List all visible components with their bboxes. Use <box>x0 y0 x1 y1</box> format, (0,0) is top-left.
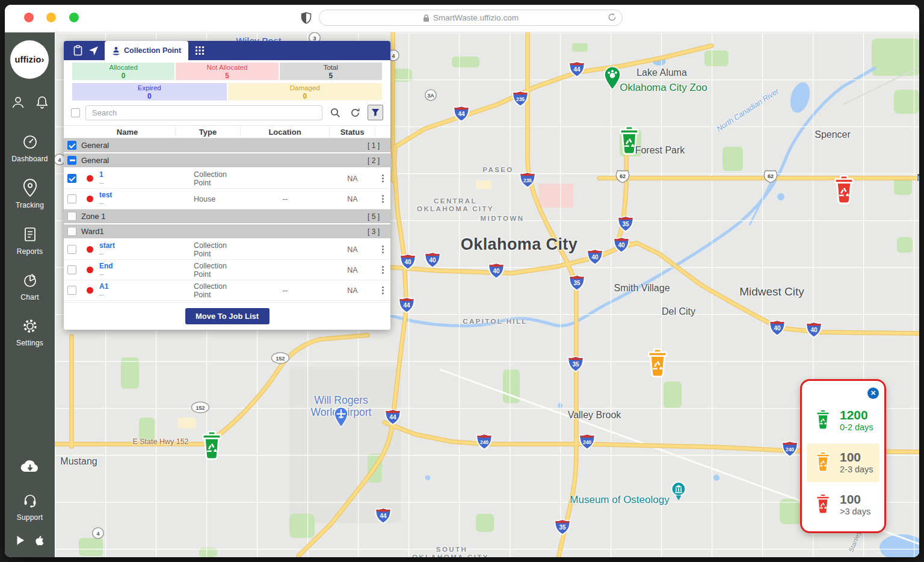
sidebar-item-reports[interactable]: Reports <box>5 226 55 256</box>
user-icon[interactable] <box>11 95 25 112</box>
road-shield-235: 235 <box>513 91 529 110</box>
filter-button[interactable] <box>368 105 383 120</box>
group-checkbox[interactable] <box>67 212 76 221</box>
sidebar-item-tracking[interactable]: Tracking <box>5 179 55 209</box>
browser-topbar: SmartWaste.uffizio.com <box>5 5 919 32</box>
privacy-shield-icon[interactable] <box>301 12 312 26</box>
reports-icon <box>22 226 38 243</box>
sidebar-item-dashboard[interactable]: Dashboard <box>5 134 55 163</box>
road-shield-35: 35 <box>618 216 634 235</box>
column-location[interactable]: Location <box>241 128 330 137</box>
road-shield-40: 40 <box>587 249 603 268</box>
point-name-link[interactable]: test <box>99 191 112 199</box>
sidebar-item-downloads[interactable] <box>5 459 55 477</box>
row-checkbox[interactable] <box>67 265 76 274</box>
sidebar: uffizio› Dashboard Tracking Reports Char… <box>5 32 55 557</box>
point-location: -- <box>241 286 330 295</box>
waste-bin-marker[interactable] <box>645 348 670 380</box>
row-menu-icon[interactable] <box>375 245 390 253</box>
svg-text:240: 240 <box>786 446 794 452</box>
row-menu-icon[interactable] <box>375 286 390 294</box>
group-row[interactable]: General [ 2 ] <box>64 153 390 168</box>
map-label-lake-aluma: Lake Aluma <box>636 67 687 78</box>
collection-point-panel: Collection Point Allocated0 Not Allocate… <box>64 41 390 330</box>
point-type: Collection Point <box>176 262 241 279</box>
point-name-link[interactable]: start <box>99 242 115 250</box>
waste-bin-marker[interactable] <box>199 430 224 463</box>
road-shield-40: 40 <box>488 263 505 282</box>
legend-close-icon[interactable]: ✕ <box>867 388 879 399</box>
point-status: NA <box>330 286 375 295</box>
map-label-del-city: Del City <box>662 306 695 317</box>
svg-text:240: 240 <box>583 439 591 445</box>
legend-row-old: 100>3 days <box>807 486 879 524</box>
table-row: A1-- Collection Point -- NA <box>64 280 390 301</box>
column-name[interactable]: Name <box>79 128 176 137</box>
tab-collection-point[interactable]: Collection Point <box>105 41 188 60</box>
traffic-light-close[interactable] <box>24 13 34 22</box>
notifications-bell-icon[interactable] <box>35 95 49 112</box>
send-location-icon[interactable] <box>85 41 101 60</box>
waste-bin-marker[interactable] <box>617 125 642 158</box>
row-menu-icon[interactable] <box>375 174 390 182</box>
waste-bin-marker[interactable] <box>831 174 857 207</box>
svg-text:44: 44 <box>389 414 396 421</box>
group-name: Zone 1 <box>81 212 105 221</box>
address-bar[interactable]: SmartWaste.uffizio.com <box>319 10 623 26</box>
group-row[interactable]: General [ 1 ] <box>64 138 390 153</box>
move-to-job-list-button[interactable]: Move To Job List <box>185 308 270 324</box>
map-label-midtown: MIDTOWN <box>481 215 525 223</box>
group-name: General <box>81 156 109 165</box>
tracking-icon <box>22 179 38 197</box>
column-type[interactable]: Type <box>176 128 241 137</box>
row-menu-icon[interactable] <box>375 266 390 274</box>
point-name-link[interactable]: A1 <box>99 283 108 291</box>
airport-pin[interactable] <box>333 407 349 430</box>
road-shield-40: 40 <box>769 320 786 339</box>
zoo-pin[interactable] <box>603 66 621 93</box>
row-menu-icon[interactable] <box>375 195 390 203</box>
reload-icon[interactable] <box>608 13 617 23</box>
sidebar-item-support[interactable]: Support <box>5 492 55 522</box>
group-checkbox[interactable] <box>67 227 76 236</box>
svg-text:40: 40 <box>774 325 781 332</box>
column-status[interactable]: Status <box>330 128 375 137</box>
point-sub: -- <box>99 179 103 186</box>
svg-text:4: 4 <box>58 157 61 163</box>
legend-row-fresh: 12000-2 days <box>807 401 879 440</box>
point-sub: -- <box>99 250 115 257</box>
clipboard-icon[interactable] <box>70 41 85 60</box>
map-label-oklahoma-city: Oklahoma City <box>461 235 578 254</box>
point-status: NA <box>330 266 375 274</box>
point-status: NA <box>330 195 375 203</box>
search-icon[interactable] <box>328 105 342 120</box>
chart-icon <box>22 272 38 289</box>
row-checkbox[interactable] <box>67 174 76 183</box>
grid-view-icon[interactable] <box>192 41 208 60</box>
google-play-icon[interactable] <box>16 535 26 549</box>
road-shield-40: 40 <box>806 322 822 341</box>
sidebar-item-settings[interactable]: Settings <box>5 318 55 347</box>
select-all-checkbox[interactable] <box>71 108 80 117</box>
row-checkbox[interactable] <box>67 245 76 254</box>
point-name-link[interactable]: 1 <box>99 171 103 179</box>
traffic-light-minimize[interactable] <box>46 13 56 22</box>
map[interactable]: Wiley PostLake AlumaOklahoma City ZooFor… <box>55 32 919 557</box>
group-checkbox[interactable] <box>67 141 76 150</box>
group-row[interactable]: Ward1 [ 3 ] <box>64 224 390 239</box>
orange-bin-icon <box>814 451 832 475</box>
traffic-light-zoom[interactable] <box>69 13 79 22</box>
museum-pin[interactable] <box>671 481 686 504</box>
point-name-link[interactable]: End <box>99 262 113 270</box>
sidebar-item-chart[interactable]: Chart <box>5 272 55 301</box>
road-shield-44: 44 <box>454 106 470 125</box>
refresh-icon[interactable] <box>348 105 362 120</box>
row-checkbox[interactable] <box>67 286 76 295</box>
row-checkbox[interactable] <box>67 194 76 203</box>
group-row[interactable]: Zone 1 [ 5 ] <box>64 209 390 224</box>
svg-text:40: 40 <box>404 259 411 265</box>
apple-icon[interactable] <box>34 535 44 549</box>
group-checkbox[interactable] <box>67 156 76 165</box>
search-input[interactable] <box>85 105 322 120</box>
road-shield-240: 240 <box>579 434 596 452</box>
